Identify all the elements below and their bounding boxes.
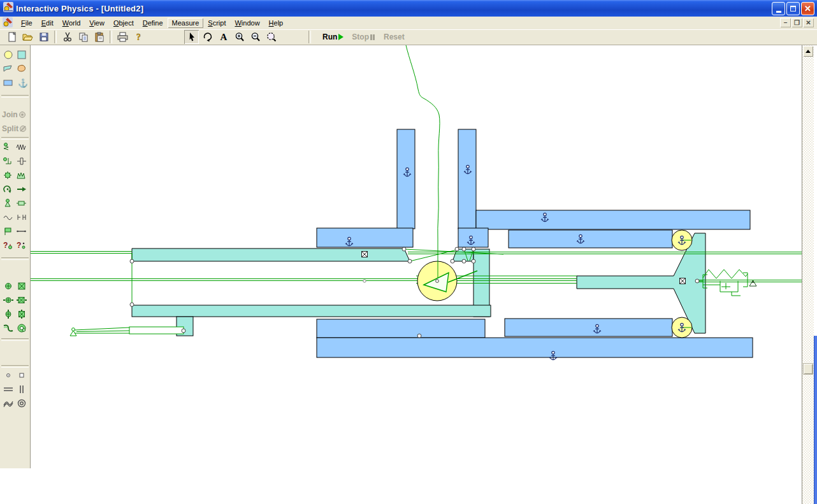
reset-button[interactable]: Reset [379,32,409,41]
square-body-tool[interactable] [16,50,27,62]
vertical-column-right[interactable] [458,129,476,229]
pulley-tool[interactable] [3,198,14,211]
title-bar[interactable]: Interactive Physics - [Untitled2] ✕ [0,0,817,17]
run-button[interactable]: Run [319,32,347,41]
new-document-icon [7,32,17,42]
curved-slot-joint-tool[interactable] [3,323,14,336]
rectangle-body-tool[interactable] [3,78,14,90]
bottom-long-bar[interactable] [317,338,753,357]
panel-lower-gap [0,468,31,504]
mid-left-bar[interactable] [317,228,413,247]
mid-center-bar[interactable] [458,228,488,247]
main-toolbar: ? A Run Stop Reset [0,29,817,45]
torsion-spring-tool[interactable] [16,170,27,183]
menu-item-define[interactable]: Define [138,18,168,28]
tool-palette: ⚓ Join Split [0,45,31,468]
menu-item-edit[interactable]: Edit [37,18,58,28]
curved-body-tool[interactable] [16,64,27,76]
scroll-up-button[interactable] [803,46,813,57]
damper-tool[interactable] [3,156,14,169]
closed-slot-tool[interactable] [16,398,27,411]
menu-item-view[interactable]: View [85,18,109,28]
document-icon[interactable] [3,17,13,29]
join-button[interactable]: Join [2,108,29,121]
vertical-column-left[interactable] [397,129,415,229]
rod-tool[interactable] [16,226,27,239]
torque-tool[interactable] [3,184,14,197]
channel-top-bar[interactable] [132,248,410,261]
piston-damper-tool[interactable] [16,156,27,169]
vertical-slot-tool[interactable] [16,384,27,397]
square-joint-flanged-tool[interactable] [16,295,27,308]
query-constraint-left-tool[interactable]: ? [3,240,14,253]
close-button[interactable]: ✕ [801,2,814,15]
stop-button[interactable]: Stop [347,32,379,41]
new-button[interactable] [4,30,19,44]
simulation-drawing[interactable] [31,45,802,504]
open-button[interactable] [20,30,35,44]
lower-left-bar[interactable] [317,319,485,338]
minimize-button[interactable] [772,2,785,15]
split-button[interactable]: Split [2,122,29,135]
restore-button[interactable] [786,2,800,15]
pin-joint-vertical-tool[interactable] [3,309,14,322]
text-button[interactable]: A [216,30,231,44]
mdi-restore-button[interactable]: ❐ [792,18,802,27]
vertical-scrollbar[interactable] [802,45,814,504]
menu-item-measure[interactable]: Measure [168,18,204,28]
simulation-canvas[interactable] [31,45,802,504]
paste-button[interactable] [92,30,106,44]
menu-item-world[interactable]: World [58,18,85,28]
circle-body-tool[interactable] [3,50,14,62]
square-point-tool[interactable] [16,370,27,383]
pin-joint-flanged-tool[interactable] [3,295,14,308]
point-tool[interactable] [3,370,14,383]
select-arrow-button[interactable] [184,30,199,44]
mid-right-bar[interactable] [509,230,672,248]
keyed-slot-joint-tool[interactable] [16,323,27,336]
mdi-close-button[interactable]: ✕ [803,18,814,27]
minimize-icon [776,11,781,13]
save-button[interactable] [36,30,51,44]
channel-bottom-bar[interactable] [132,305,491,317]
zoom-out-button[interactable] [248,30,263,44]
mdi-minimize-button[interactable]: – [780,18,791,27]
left-actuator[interactable] [70,327,184,336]
menu-item-window[interactable]: Window [230,18,264,28]
copy-button[interactable] [76,30,90,44]
gear-tool[interactable] [3,170,14,183]
turnbuckle-tool[interactable] [16,198,27,211]
zoom-window-button[interactable] [264,30,278,44]
help-button[interactable]: ? [131,30,146,44]
curved-slot-tool[interactable] [3,398,14,411]
spring-tool[interactable] [3,142,14,155]
menu-item-help[interactable]: Help [264,18,288,28]
rotate-button[interactable] [200,30,215,44]
print-button[interactable] [115,30,130,44]
play-icon [338,34,343,40]
zoom-in-button[interactable] [232,30,247,44]
anchor-tool[interactable]: ⚓ [16,78,27,90]
window-title: Interactive Physics - [Untitled2] [16,4,143,13]
rope-tool[interactable] [16,142,27,155]
lower-right-bar[interactable] [505,319,672,336]
pin-joint-tool[interactable] [3,281,14,294]
separator-tool[interactable] [16,212,27,225]
wave-slot-tool[interactable] [3,212,14,225]
force-tool[interactable] [16,184,27,197]
menu-item-file[interactable]: File [17,18,37,28]
menu-item-object[interactable]: Object [109,18,138,28]
motor-tool[interactable] [3,226,14,239]
scrollbar-thumb[interactable] [803,363,813,375]
polygon-body-tool[interactable] [3,64,14,76]
cut-button[interactable] [60,30,75,44]
square-joint-vertical-tool[interactable] [16,309,27,322]
svg-text:?: ? [3,241,8,250]
square-joint-tool[interactable] [16,281,27,294]
menu-item-script[interactable]: Script [203,18,230,28]
text-icon: A [219,32,229,42]
horizontal-slot-tool[interactable] [3,384,14,397]
query-constraint-right-tool[interactable]: ? [16,240,27,253]
right-mount [749,280,756,286]
top-long-bar[interactable] [476,210,750,229]
